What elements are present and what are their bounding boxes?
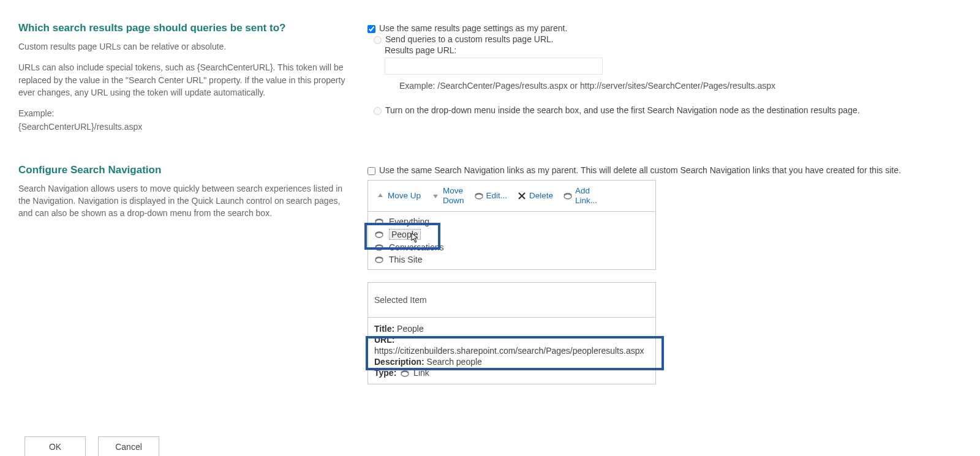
section1-example-value: {SearchCenterURL}/results.aspx (18, 121, 355, 133)
edit-button[interactable]: Edit... (469, 191, 513, 201)
type-value: Link (413, 368, 429, 378)
nav-item-label: Conversations (389, 242, 444, 252)
cursor-icon (411, 233, 421, 244)
nav-editor: Move Up MoveDown Edit... (368, 180, 656, 270)
results-url-example: Example: /SearchCenter/Pages/results.asp… (399, 81, 962, 91)
same-nav-label: Use the same Search Navigation links as … (379, 165, 901, 175)
url-label: URL: (374, 335, 394, 345)
move-down-button[interactable]: MoveDown (426, 186, 469, 205)
link-icon (563, 191, 573, 201)
section2-desc: Search Navigation allows users to move q… (18, 182, 355, 220)
nav-toolbar: Move Up MoveDown Edit... (368, 181, 655, 211)
dropdown-radio[interactable] (374, 107, 382, 115)
selected-item-header: Selected Item (368, 283, 655, 318)
same-results-label: Use the same results page settings as my… (379, 23, 567, 33)
nav-item-thissite[interactable]: This Site (368, 253, 655, 266)
move-up-label: Move Up (388, 191, 421, 200)
delete-button[interactable]: Delete (512, 191, 558, 201)
results-url-label: Results page URL: (385, 45, 962, 55)
same-results-checkbox[interactable] (368, 25, 375, 33)
link-icon (374, 217, 385, 226)
ok-button[interactable]: OK (24, 436, 86, 456)
section2-title: Configure Search Navigation (18, 164, 355, 176)
nav-item-label: Everything (389, 217, 429, 226)
svg-point-1 (564, 194, 571, 199)
dropdown-label: Turn on the drop-down menu inside the se… (385, 105, 860, 115)
same-nav-checkbox[interactable] (368, 167, 375, 175)
link-icon (374, 243, 385, 252)
description-value: Search people (427, 357, 482, 367)
arrow-up-icon (375, 191, 385, 201)
title-label: Title: (374, 324, 394, 334)
url-value: https://citizenbuilders.sharepoint.com/s… (374, 346, 649, 356)
description-label: Description: (374, 357, 424, 367)
section1-desc1: Custom results page URLs can be relative… (18, 40, 355, 53)
nav-item-label: This Site (389, 255, 422, 264)
svg-point-0 (475, 194, 483, 199)
title-value: People (397, 324, 424, 334)
custom-results-radio[interactable] (374, 36, 382, 44)
section1-title: Which search results page should queries… (18, 22, 355, 34)
svg-point-4 (375, 245, 383, 250)
section1-desc2: URLs can also include special tokens, su… (18, 61, 355, 99)
link-icon (474, 191, 484, 201)
selected-item-panel: Selected Item Title: People URL: https:/… (368, 282, 656, 384)
results-url-input[interactable] (385, 58, 603, 75)
move-up-button[interactable]: Move Up (371, 191, 426, 201)
link-icon (374, 230, 385, 239)
x-icon (517, 191, 527, 201)
svg-point-3 (375, 233, 383, 237)
cancel-button[interactable]: Cancel (98, 436, 159, 456)
custom-results-label: Send queries to a custom results page UR… (385, 34, 554, 44)
svg-point-2 (375, 220, 383, 225)
nav-item-everything[interactable]: Everything (368, 215, 655, 228)
link-icon (400, 369, 410, 378)
link-icon (374, 255, 385, 264)
nav-list: Everything People (368, 211, 655, 269)
add-link-label: AddLink... (575, 186, 597, 205)
section1-example-label: Example: (18, 107, 355, 119)
delete-label: Delete (529, 191, 553, 200)
type-label: Type: (374, 368, 396, 378)
arrow-down-icon (431, 191, 440, 201)
svg-point-5 (375, 258, 383, 263)
move-down-label: MoveDown (443, 186, 464, 205)
svg-point-6 (401, 372, 409, 376)
add-link-button[interactable]: AddLink... (558, 186, 602, 205)
nav-item-people[interactable]: People (368, 228, 655, 241)
edit-label: Edit... (486, 191, 508, 200)
